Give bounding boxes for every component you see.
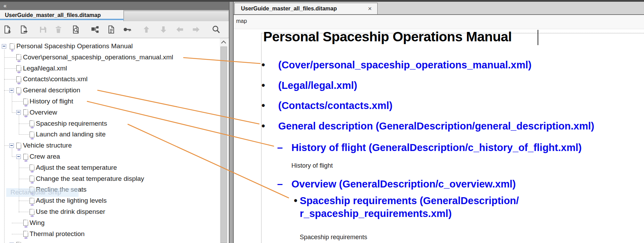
topicref-icon: </> [16,87,21,93]
entry-text: (Contacts/contacts.xml) [278,98,393,113]
document-view-icon[interactable] [107,25,116,34]
entry-text: Overview (GeneralDescription/c_overview.… [291,177,516,191]
collapse-panel-icon[interactable]: « [3,3,6,9]
tree-item-label: Change the seat temperature display [36,173,144,184]
tree-item-label: Vehicle structure [23,140,72,151]
topicref-icon: </> [16,65,21,71]
ditamap-toolbar [0,21,230,38]
tree-item-crew-area[interactable]: </>Crew area [0,151,228,162]
scrollbar-thumb[interactable] [220,47,227,243]
tree-panel-tabstrip: UserGuide_master_all_files.ditamap [0,10,230,21]
tree-item-vehicle-structure[interactable]: </>Vehicle structure [0,140,228,151]
tree-item-label: History of flight [30,96,73,107]
keys-icon[interactable] [123,25,132,34]
tree-item-overview[interactable]: </>Overview [0,107,228,118]
topicref-icon: </> [30,165,34,170]
entry-text: History of flight [291,161,333,170]
tree-item-partial[interactable]: </> [0,239,228,243]
tree-item-label: Cover\personal_spaceship_operations_manu… [23,52,173,63]
topicref-icon: </> [30,209,34,215]
bullet-list-marker: • [261,78,265,93]
delete-icon [54,25,63,34]
dash-list-marker: – [277,177,283,191]
topicref-icon: </> [23,109,28,115]
tree-item-wing[interactable]: </>Wing [0,217,228,228]
entry-text: Spaceship requirements (GeneralDescripti… [300,193,519,208]
map-title[interactable]: Personal Spaceship Operations Manual [263,29,512,44]
topicref-entry-2[interactable]: •(Contacts/contacts.xml) [234,98,644,113]
collapse-expander-icon[interactable] [16,110,21,115]
tree-item-label: Legal\legal.xml [23,63,67,74]
tree-item-legal-legal-xml[interactable]: </>Legal\legal.xml [0,63,228,74]
map-structure-icon[interactable] [90,25,99,34]
collapse-expander-icon[interactable] [2,44,6,49]
tab-close-icon[interactable]: × [368,5,372,12]
topicref-entry-6[interactable]: –Overview (GeneralDescription/c_overview… [234,177,644,191]
topicref-entry-7[interactable]: •Spaceship requirements (GeneralDescript… [234,193,644,208]
editor-tabstrip: UserGuide_master_all_files.ditamap × [234,2,644,14]
tree-item-launch-and-landing-site[interactable]: </>Launch and landing site [0,129,228,140]
search-icon[interactable] [211,25,220,34]
promote-icon [175,25,184,34]
topicref-icon: </> [30,176,34,182]
bullet-list-marker: • [261,119,265,133]
tree-item-history-of-flight[interactable]: </>History of flight [0,96,228,107]
bullet-list-marker: • [261,98,265,113]
tree-item-spaceship-requirements[interactable]: </>Spaceship requirements [0,118,228,129]
tree-item-label: Launch and landing site [36,129,106,140]
author-view: Personal Spaceship Operations Manual •(C… [234,29,644,243]
topic-title-text-5: History of flight [234,161,644,170]
collapse-expander-icon[interactable] [16,154,21,159]
tree-item-thermal-protection[interactable]: </>Thermal protection [0,228,228,240]
panel-splitter[interactable] [229,2,234,243]
topicref-icon: </> [23,231,28,237]
topicref-entry-0[interactable]: •(Cover/personal_spaceship_operations_ma… [234,58,644,72]
text-cursor [538,30,538,45]
application-window: « UserGuide_master_all_files.ditamap DPe… [0,0,644,243]
tree-item-label: General description [23,85,80,96]
tree-item-use-the-drink-dispenser[interactable]: </>Use the drink dispenser [0,206,228,217]
move-up-icon [142,25,151,34]
topicref-icon: </> [30,198,34,204]
tree-item-label: Personal Spaceship Operations Manual [16,41,133,52]
tree-item-label: Wing [30,217,45,228]
tree-item-general-description[interactable]: </>General description [0,85,228,96]
tree-item-label: Crew area [30,151,60,162]
editor-tab-label: UserGuide_master_all_files.ditamap [241,6,337,12]
entry-text: (Cover/personal_spaceship_operations_man… [278,58,531,72]
breadcrumb-item-map[interactable]: map [236,18,247,24]
dash-list-marker: – [277,140,283,155]
tree-panel-tab[interactable]: UserGuide_master_all_files.ditamap [0,10,124,21]
tree-scrollbar[interactable] [220,38,228,243]
insert-topic-before-icon[interactable] [3,25,12,34]
topicref-icon: </> [23,154,28,160]
active-tab-underline [0,19,124,20]
topicref-icon: </> [16,76,21,82]
snip-tool-overlay-label: Rectangular Snip [10,188,61,196]
topicref-icon: </> [23,99,28,104]
topicref-entry-7-wrap[interactable]: r_spaceship_requirements.xml) [234,206,644,221]
tree-item-cover-personal-spaceship-operations-manu[interactable]: </>Cover\personal_spaceship_operations_m… [0,52,228,63]
topicref-icon: </> [16,54,21,60]
tree-item-label: Adjust the seat temperature [36,162,117,173]
save-icon [39,25,48,34]
collapse-expander-icon[interactable] [9,88,14,93]
entry-text: (Legal/legal.xml) [278,78,357,93]
scroll-up-button[interactable] [220,38,228,46]
insert-topic-after-icon[interactable] [19,25,28,34]
topicref-entry-1[interactable]: •(Legal/legal.xml) [234,78,644,93]
topicref-entry-4[interactable]: –History of flight (GeneralDescription/c… [234,140,644,155]
tree-item-change-the-seat-temperature-display[interactable]: </>Change the seat temperature display [0,173,228,184]
editor-tab[interactable]: UserGuide_master_all_files.ditamap × [234,3,378,14]
tree-panel-titlebar: « [0,2,230,10]
collapse-expander-icon[interactable] [9,143,14,148]
entry-text: Spaceship requirements [300,233,367,242]
tree-item-personal-spaceship-operations-manual[interactable]: DPersonal Spaceship Operations Manual [0,41,228,52]
topicref-entry-3[interactable]: •General description (GeneralDescription… [234,119,644,133]
preview-topic-icon[interactable] [71,25,80,34]
tree-item-adjust-the-seat-temperature[interactable]: </>Adjust the seat temperature [0,162,228,173]
topicref-icon: </> [16,143,21,149]
tree-item-label: Use the drink dispenser [36,206,105,217]
entry-text: History of flight (GeneralDescription/c_… [291,140,582,155]
tree-item-contacts-contacts-xml[interactable]: </>Contacts\contacts.xml [0,74,228,85]
